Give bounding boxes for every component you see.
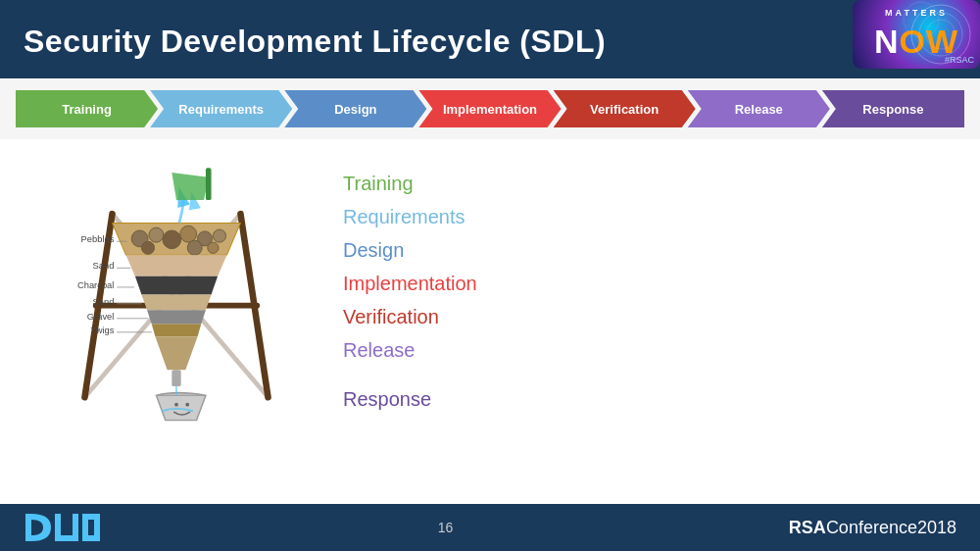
svg-rect-47 bbox=[55, 535, 78, 541]
svg-text:Pebbles: Pebbles bbox=[81, 234, 115, 244]
step-label-verification: Verification bbox=[554, 90, 696, 127]
pipeline-bar: Training Requirements Design Implementat… bbox=[0, 78, 980, 139]
rsac-hashtag: #RSAC bbox=[945, 55, 974, 65]
step-label-implementation: Implementation bbox=[418, 90, 561, 127]
svg-rect-51 bbox=[82, 535, 100, 541]
svg-marker-20 bbox=[135, 276, 218, 295]
conference-text: Conference2018 bbox=[826, 518, 956, 537]
svg-rect-45 bbox=[55, 514, 61, 535]
svg-point-3 bbox=[904, 2, 939, 37]
pipeline-step-requirements: Requirements bbox=[150, 90, 292, 127]
svg-rect-46 bbox=[73, 514, 78, 535]
legend-item-training: Training bbox=[343, 169, 477, 198]
legend-spacer bbox=[343, 369, 477, 380]
svg-point-12 bbox=[163, 230, 181, 249]
pipeline-step-verification: Verification bbox=[554, 90, 696, 127]
svg-rect-25 bbox=[172, 370, 180, 386]
page-number: 16 bbox=[438, 520, 454, 535]
duo-logo bbox=[24, 510, 102, 545]
svg-marker-22 bbox=[147, 310, 206, 324]
step-label-response: Response bbox=[822, 90, 964, 127]
svg-point-16 bbox=[141, 241, 154, 254]
svg-marker-23 bbox=[152, 324, 202, 336]
pipeline-step-implementation: Implementation bbox=[418, 90, 561, 127]
legend-item-verification: Verification bbox=[343, 302, 477, 331]
svg-rect-50 bbox=[82, 514, 100, 520]
svg-text:Charcoal: Charcoal bbox=[77, 280, 114, 290]
rsa-text: RSA bbox=[789, 518, 826, 537]
svg-marker-21 bbox=[141, 294, 211, 310]
legend-item-release: Release bbox=[343, 335, 477, 365]
now-matters-badge: MATTERS N OW #RSAC bbox=[853, 0, 980, 69]
svg-point-30 bbox=[185, 403, 189, 407]
svg-point-29 bbox=[174, 403, 178, 407]
legend-item-response: Response bbox=[343, 384, 477, 414]
step-label-training: Training bbox=[16, 90, 158, 127]
svg-text:Gravel: Gravel bbox=[87, 312, 115, 322]
svg-rect-28 bbox=[206, 168, 212, 200]
slide-footer: 16 RSAConference2018 bbox=[0, 504, 980, 551]
filter-illustration: Pebbles Sand Charcoal Sand Gravel Twigs bbox=[39, 149, 314, 443]
pipeline-step-design: Design bbox=[284, 90, 426, 127]
svg-point-18 bbox=[208, 242, 219, 253]
legend-list: Training Requirements Design Implementat… bbox=[343, 149, 477, 414]
main-content: Pebbles Sand Charcoal Sand Gravel Twigs … bbox=[0, 139, 980, 504]
svg-rect-44 bbox=[25, 514, 31, 541]
svg-marker-24 bbox=[155, 336, 197, 370]
pipeline-step-response: Response bbox=[822, 90, 964, 127]
step-label-design: Design bbox=[284, 90, 426, 127]
step-label-requirements: Requirements bbox=[150, 90, 292, 127]
legend-item-implementation: Implementation bbox=[343, 269, 477, 298]
pipeline-step-training: Training bbox=[16, 90, 158, 127]
slide-title: Security Development Lifecycle (SDL) bbox=[24, 24, 606, 60]
svg-text:Sand: Sand bbox=[93, 297, 115, 307]
slide-header: Security Development Lifecycle (SDL) MAT… bbox=[0, 0, 980, 78]
svg-text:Twigs: Twigs bbox=[90, 326, 114, 335]
pipeline-step-release: Release bbox=[688, 90, 830, 127]
duo-logo-svg bbox=[24, 510, 102, 545]
svg-marker-19 bbox=[126, 255, 227, 276]
legend-item-design: Design bbox=[343, 235, 477, 265]
legend-item-requirements: Requirements bbox=[343, 202, 477, 231]
step-label-release: Release bbox=[688, 90, 830, 127]
filter-svg: Pebbles Sand Charcoal Sand Gravel Twigs bbox=[49, 159, 304, 443]
svg-point-11 bbox=[149, 227, 164, 242]
svg-point-17 bbox=[187, 240, 202, 255]
rsa-conference-logo: RSAConference2018 bbox=[789, 518, 956, 538]
svg-point-15 bbox=[213, 229, 225, 242]
svg-point-13 bbox=[180, 225, 197, 242]
svg-text:Sand: Sand bbox=[93, 261, 115, 271]
